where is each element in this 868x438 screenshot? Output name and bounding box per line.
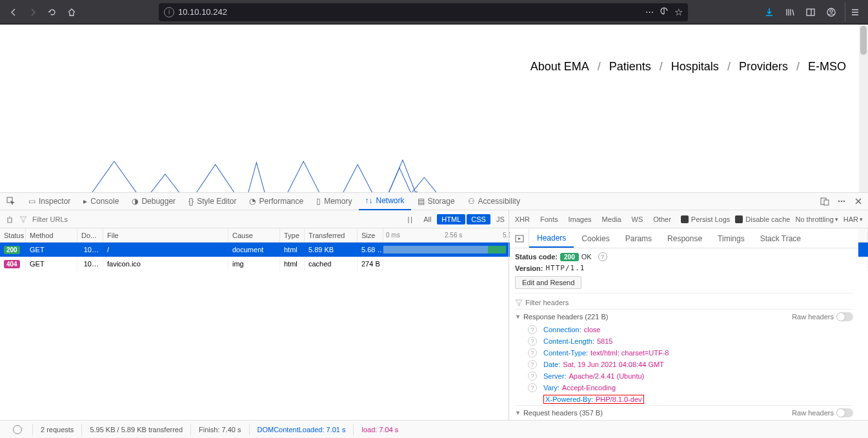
tab-inspector[interactable]: ▭Inspector: [22, 192, 77, 210]
help-icon[interactable]: ?: [598, 252, 607, 261]
home-button[interactable]: [62, 3, 81, 22]
reload-button[interactable]: [43, 3, 62, 22]
nav-emso[interactable]: E-MSO: [805, 60, 849, 73]
svg-point-12: [838, 201, 840, 202]
menu-icon[interactable]: [845, 3, 864, 22]
insecure-icon: [81, 261, 82, 267]
disable-cache-checkbox[interactable]: Disable cache: [735, 215, 790, 223]
devtools-close-icon[interactable]: [854, 197, 863, 206]
help-icon[interactable]: ?: [528, 337, 537, 346]
bookmark-star-icon[interactable]: ☆: [674, 6, 683, 18]
filter-js[interactable]: JS: [492, 214, 509, 224]
insecure-icon: [81, 246, 82, 253]
filter-media[interactable]: Media: [598, 214, 626, 224]
raw-headers-toggle[interactable]: [836, 408, 853, 417]
stopwatch-icon[interactable]: [5, 424, 33, 435]
pane-separator[interactable]: [509, 210, 509, 420]
raw-headers-toggle[interactable]: [836, 312, 853, 321]
col-method[interactable]: Method: [26, 228, 77, 242]
url-bar[interactable]: i 10.10.10.242 ⋯ ☆: [159, 3, 688, 21]
filter-css[interactable]: CSS: [467, 214, 490, 224]
header-entry: ?Connection: close: [515, 324, 853, 335]
nav-hospitals[interactable]: Hospitals: [669, 60, 722, 73]
filter-html[interactable]: HTML: [437, 214, 465, 224]
filter-all[interactable]: All: [419, 214, 436, 224]
downloads-icon[interactable]: [760, 3, 779, 22]
nav-patients[interactable]: Patients: [607, 60, 654, 73]
page-scrollbar[interactable]: [859, 25, 868, 192]
persist-logs-checkbox[interactable]: Persist Logs: [681, 215, 731, 223]
throttling-dropdown[interactable]: No throttling▾: [795, 215, 838, 223]
details-tab-params[interactable]: Params: [618, 229, 660, 248]
filter-other[interactable]: Other: [649, 214, 676, 224]
help-icon[interactable]: ?: [528, 325, 537, 334]
library-icon[interactable]: [780, 3, 800, 22]
tab-performance[interactable]: ◔Performance: [243, 192, 310, 210]
page-viewport: About EMA / Patients / Hospitals / Provi…: [0, 25, 868, 192]
col-status[interactable]: Status: [0, 228, 26, 242]
sidebar-icon[interactable]: [801, 3, 820, 22]
tab-network[interactable]: ↑↓Network: [359, 192, 411, 210]
filter-headers-input[interactable]: [525, 296, 614, 309]
element-picker-button[interactable]: [0, 192, 22, 210]
response-headers-section[interactable]: ▼ Response headers (221 B) Raw headers: [515, 309, 853, 324]
svg-point-3: [830, 10, 833, 12]
col-transferred[interactable]: Transferred: [305, 228, 358, 242]
nav-separator: /: [657, 60, 665, 73]
page-navigation: About EMA / Patients / Hospitals / Provi…: [528, 60, 849, 74]
toggle-raw-icon[interactable]: [510, 229, 529, 248]
help-icon[interactable]: ?: [528, 360, 537, 369]
details-tab-response[interactable]: Response: [660, 229, 710, 248]
finish-time: Finish: 7.40 s: [191, 424, 249, 435]
col-type[interactable]: Type: [280, 228, 305, 242]
svg-point-14: [843, 201, 845, 202]
help-icon[interactable]: ?: [528, 348, 537, 357]
filter-urls-input[interactable]: [32, 213, 148, 226]
forward-button[interactable]: [23, 3, 43, 22]
help-icon[interactable]: ?: [528, 372, 537, 381]
har-dropdown[interactable]: HAR▾: [843, 215, 863, 223]
back-button[interactable]: [4, 3, 23, 22]
filter-images[interactable]: Images: [564, 214, 596, 224]
filter-fonts[interactable]: Fonts: [536, 214, 563, 224]
details-tab-headers[interactable]: Headers: [529, 229, 574, 248]
nav-separator: /: [725, 60, 733, 73]
tab-style-editor[interactable]: {}Style Editor: [182, 192, 243, 210]
col-domain[interactable]: Do...: [77, 228, 103, 242]
nav-about[interactable]: About EMA: [528, 60, 592, 73]
tab-memory[interactable]: ▯Memory: [310, 192, 358, 210]
devtools-more-icon[interactable]: [837, 197, 846, 206]
connection-info-icon[interactable]: i: [164, 7, 174, 17]
details-tabs: Headers Cookies Params Response Timings …: [510, 229, 858, 248]
request-headers-section[interactable]: ▼ Request headers (357 B) Raw headers: [515, 405, 853, 420]
header-entry: ?Content-Type: text/html; charset=UTF-8: [515, 347, 853, 359]
transferred-size: 5.95 KB / 5.89 KB transferred: [82, 424, 191, 435]
clear-icon[interactable]: [5, 215, 14, 224]
col-size[interactable]: Size: [358, 228, 383, 242]
tab-console[interactable]: ▸Console: [77, 192, 125, 210]
filter-xhr[interactable]: XHR: [510, 214, 534, 224]
filter-icon: [515, 299, 523, 306]
header-entry: ?Date: Sat, 19 Jun 2021 04:08:44 GMT: [515, 359, 853, 370]
svg-rect-0: [807, 9, 814, 15]
details-tab-cookies[interactable]: Cookies: [574, 229, 617, 248]
filter-icon: [19, 215, 27, 223]
details-tab-stack-trace[interactable]: Stack Trace: [752, 229, 809, 248]
tab-debugger[interactable]: ◑Debugger: [125, 192, 182, 210]
filter-ws[interactable]: WS: [627, 214, 648, 224]
col-cause[interactable]: Cause: [228, 228, 280, 242]
tab-accessibility[interactable]: ⚇Accessibility: [461, 192, 527, 210]
request-count: 2 requests: [33, 424, 82, 435]
account-icon[interactable]: [822, 3, 841, 22]
responsive-design-icon[interactable]: [820, 197, 829, 206]
help-icon[interactable]: ?: [528, 383, 537, 392]
svg-rect-7: [385, 155, 439, 192]
col-file[interactable]: File: [103, 228, 228, 242]
nav-providers[interactable]: Providers: [736, 60, 791, 73]
page-action-dots-icon[interactable]: ⋯: [645, 7, 654, 17]
reader-icon[interactable]: [659, 6, 669, 18]
tab-storage[interactable]: ▤Storage: [411, 192, 461, 210]
pause-icon[interactable]: ||: [407, 215, 414, 223]
edit-resend-button[interactable]: Edit and Resend: [515, 276, 581, 289]
details-tab-timings[interactable]: Timings: [710, 229, 752, 248]
